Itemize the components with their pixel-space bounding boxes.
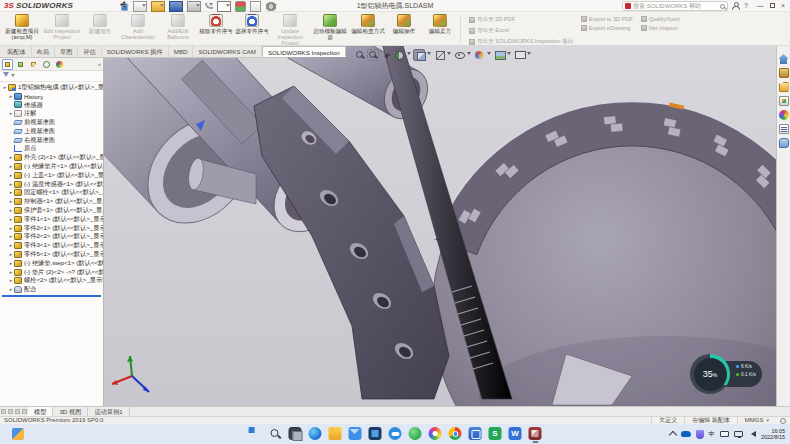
command-tab[interactable]: 布局 — [32, 46, 55, 57]
open-icon[interactable] — [151, 1, 165, 12]
display-cast-icon[interactable] — [734, 431, 743, 437]
forum-icon[interactable] — [779, 138, 789, 148]
qat-icon[interactable] — [236, 2, 245, 11]
tree-root-item[interactable]: 1型铝轴热电偶 (默认<默认>_显示状态-1 — [0, 83, 103, 92]
custom-properties-icon[interactable] — [779, 124, 789, 134]
chrome-icon[interactable] — [449, 427, 462, 440]
tree-item[interactable]: (-) 上盖<1> (默认<<默认>_显示状 — [0, 171, 103, 180]
tray-chevron-up-icon[interactable] — [668, 431, 676, 439]
restore-button[interactable] — [767, 0, 777, 12]
ribbon-button[interactable]: Add Characteristic — [118, 13, 158, 45]
widgets-icon[interactable] — [12, 428, 24, 440]
display-style-icon[interactable] — [433, 49, 445, 61]
command-tab[interactable]: MBD — [169, 46, 194, 57]
command-tab[interactable]: SOLIDWORKS Inspection — [262, 46, 346, 57]
zoom-area-icon[interactable] — [367, 49, 379, 61]
tree-item[interactable]: (-) 绝缘垫片<1> (默认<<默认>_显 — [0, 162, 103, 171]
ribbon-button[interactable]: 编辑卖方 — [422, 13, 458, 45]
export-item[interactable]: Net-Inspect — [641, 25, 680, 31]
graphics-viewport[interactable]: 6 K/s 0.1 K/s 35% — [104, 46, 776, 406]
export-item[interactable]: 导出至 SOLIDWORKS Inspection 项目 — [469, 38, 573, 46]
ribbon-button[interactable]: 移除零件序号 — [198, 13, 234, 45]
fm-tabs-overflow[interactable]: » — [98, 61, 101, 67]
export-item[interactable]: 导出至 Excel — [469, 27, 573, 35]
minimize-button[interactable]: — — [754, 0, 766, 12]
save-icon[interactable] — [169, 1, 183, 12]
command-tab[interactable]: 评估 — [78, 46, 101, 57]
configurationmanager-icon[interactable] — [28, 59, 39, 70]
ribbon-button[interactable]: Edit Inspection Project — [42, 13, 82, 45]
command-tab[interactable]: SOLIDWORKS 插件 — [102, 46, 169, 57]
qat-icon[interactable] — [152, 2, 161, 11]
section-view-icon[interactable] — [393, 49, 405, 61]
ribbon-button[interactable]: 启动模板编辑器 — [310, 13, 350, 45]
ribbon-button[interactable]: 选择零件序号 — [234, 13, 270, 45]
tree-item[interactable]: 零件2<1> (默认<<默认>_显示状态 — [0, 224, 103, 233]
s-app-icon[interactable]: S — [489, 427, 502, 440]
tree-item[interactable]: 固定螺栓<1> (默认<<默认>_显示 — [0, 189, 103, 198]
rebuild-icon[interactable] — [235, 1, 246, 12]
ribbon-button[interactable]: 新建检查项目(amp;M) — [2, 13, 42, 45]
login-button[interactable] — [730, 0, 740, 12]
system-monitor-overlay[interactable]: 6 K/s 0.1 K/s 35% — [690, 354, 766, 394]
view-palette-icon[interactable] — [779, 96, 789, 106]
tree-item[interactable]: 零件3<1> (默认<<默认>_显示状态 — [0, 241, 103, 250]
tree-item[interactable]: 保护套<1> (默认<<默认>_显示状 — [0, 206, 103, 215]
doc-tab[interactable]: 运动算例1 — [88, 407, 129, 416]
hide-show-items-icon[interactable] — [453, 49, 465, 61]
tree-item[interactable]: History — [0, 92, 103, 101]
status-item[interactable]: 欠定义 — [651, 417, 684, 424]
doc-tab[interactable]: 模型 — [28, 407, 53, 416]
monitor-percent-ring[interactable]: 35% — [690, 354, 730, 394]
tree-item[interactable]: 前视基准面 — [0, 118, 103, 127]
dimxpertmanager-icon[interactable] — [41, 59, 52, 70]
command-tab[interactable]: 草图 — [55, 46, 78, 57]
featuremanager-tree-icon[interactable] — [2, 59, 13, 70]
status-item[interactable]: MMGS — [737, 417, 776, 424]
status-globe-icon[interactable] — [780, 418, 786, 424]
qat-icon[interactable] — [251, 2, 260, 11]
qat-icon[interactable] — [218, 2, 227, 11]
search-icon[interactable] — [269, 427, 282, 440]
tree-item[interactable]: 螺栓<2> (默认<<默认>_显示状态 — [0, 277, 103, 286]
edge-icon[interactable] — [309, 427, 322, 440]
export-item[interactable]: Export to 3D PDF — [581, 16, 633, 22]
solidworks-resources-icon[interactable] — [779, 54, 789, 64]
ribbon-button[interactable]: 编辑操作 — [386, 13, 422, 45]
tree-item[interactable]: 外壳 (2)<1> (默认<<默认>_显示状 — [0, 153, 103, 162]
export-item[interactable]: QualityXpert — [641, 16, 680, 22]
mail-icon[interactable] — [349, 427, 362, 440]
view-orientation-icon[interactable] — [413, 49, 425, 61]
wheel-app-icon[interactable] — [429, 427, 442, 440]
tree-item[interactable]: (-) 温度传感器<1> (默认<<默认>_ — [0, 180, 103, 189]
edit-appearance-icon[interactable] — [473, 49, 485, 61]
pane-split-handle[interactable] — [22, 409, 27, 414]
hud-caret-icon[interactable] — [407, 52, 411, 57]
tree-item[interactable]: (-) 垫片 (2)<2> ->? (默认<<默认> — [0, 268, 103, 277]
blue-app-icon[interactable] — [469, 427, 482, 440]
pane-split-handle[interactable] — [1, 409, 6, 414]
ime-language-indicator[interactable]: 中 — [709, 430, 716, 439]
onedrive-icon[interactable] — [681, 431, 691, 437]
tree-item[interactable]: 传感器 — [0, 101, 103, 110]
hud-caret-icon[interactable] — [527, 52, 531, 57]
qat-icon[interactable] — [134, 2, 143, 11]
security-shield-icon[interactable] — [696, 430, 704, 439]
w-app-icon[interactable]: W — [509, 427, 522, 440]
search-magnifier-icon[interactable] — [720, 4, 725, 9]
qat-icon[interactable] — [188, 2, 197, 11]
pane-split-handle[interactable] — [15, 409, 20, 414]
select-icon[interactable] — [217, 1, 231, 12]
ribbon-button[interactable]: Add/Edit Balloons — [158, 13, 198, 45]
export-item[interactable]: 导出至 2D PDF — [469, 16, 573, 24]
tree-item[interactable]: 右视基准面 — [0, 136, 103, 145]
design-library-icon[interactable] — [779, 68, 789, 78]
appearances-scenes-icon[interactable] — [779, 110, 789, 120]
tray-clock[interactable]: 16:05 2022/8/15 — [761, 428, 785, 440]
print-icon[interactable] — [187, 1, 201, 12]
hud-caret-icon[interactable] — [427, 52, 431, 57]
solidworks-app-icon[interactable] — [529, 427, 542, 440]
new-document-icon[interactable] — [133, 1, 147, 12]
file-properties-icon[interactable] — [250, 1, 261, 12]
apply-scene-icon[interactable] — [493, 49, 505, 61]
